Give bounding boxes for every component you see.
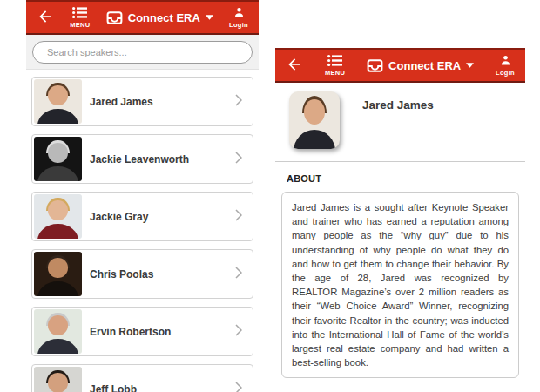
caret-down-icon xyxy=(466,63,474,68)
caret-down-icon xyxy=(206,15,213,20)
app-title: Connect ERA xyxy=(128,11,200,24)
speaker-list-screen: MENU Connect ERA Login xyxy=(26,0,259,392)
speaker-photo xyxy=(34,79,82,124)
speaker-name: Jeff Lobb xyxy=(90,383,137,392)
about-section: ABOUT Jared James is a sought after Keyn… xyxy=(275,162,525,378)
chevron-right-icon xyxy=(235,324,242,340)
profile-name: Jared James xyxy=(362,98,434,112)
inbox-icon xyxy=(106,11,123,24)
inbox-icon xyxy=(367,59,383,72)
speaker-photo xyxy=(34,309,82,354)
app-title: Connect ERA xyxy=(388,59,461,72)
menu-label: MENU xyxy=(70,21,90,29)
back-button[interactable] xyxy=(37,8,54,28)
app-header: MENU Connect ERA Login xyxy=(275,48,525,83)
search-input[interactable] xyxy=(32,41,253,64)
speaker-name: Jackie Leavenworth xyxy=(90,153,189,166)
menu-button[interactable]: MENU xyxy=(325,55,345,77)
chevron-right-icon xyxy=(235,267,242,282)
speaker-row[interactable]: Chris Poolas xyxy=(31,249,253,299)
app-title-dropdown[interactable]: Connect ERA xyxy=(367,59,474,72)
back-arrow-icon xyxy=(37,8,54,28)
speaker-name: Jared James xyxy=(90,96,153,108)
speaker-row[interactable]: Jeff Lobb xyxy=(31,364,253,392)
user-icon xyxy=(500,55,511,68)
chevron-right-icon xyxy=(235,209,242,225)
login-button[interactable]: Login xyxy=(496,55,515,77)
profile-photo xyxy=(289,91,340,149)
speaker-photo xyxy=(34,194,82,239)
speaker-row[interactable]: Jackie Gray xyxy=(31,192,253,241)
speaker-list: Jared James Jackie Leavenworth Jackie Gr… xyxy=(26,70,259,392)
menu-button[interactable]: MENU xyxy=(70,7,90,29)
login-label: Login xyxy=(496,69,515,77)
back-button[interactable] xyxy=(286,56,303,76)
chevron-right-icon xyxy=(235,152,242,167)
app-title-dropdown[interactable]: Connect ERA xyxy=(106,11,213,24)
speaker-photo xyxy=(34,252,82,296)
login-button[interactable]: Login xyxy=(229,7,248,29)
app-header: MENU Connect ERA Login xyxy=(26,0,259,35)
search-bar-section xyxy=(26,35,259,70)
speaker-photo xyxy=(34,367,82,392)
about-text: Jared James is a sought after Keynote Sp… xyxy=(292,200,509,369)
speaker-name: Chris Poolas xyxy=(90,268,153,280)
speaker-photo xyxy=(34,137,82,181)
back-arrow-icon xyxy=(286,56,303,76)
about-heading: ABOUT xyxy=(287,173,519,184)
speaker-detail-screen: MENU Connect ERA Login xyxy=(275,48,525,392)
speaker-row[interactable]: Jared James xyxy=(31,77,253,126)
menu-label: MENU xyxy=(325,69,345,77)
menu-list-icon xyxy=(327,55,342,68)
menu-list-icon xyxy=(72,7,87,20)
speaker-row[interactable]: Jackie Leavenworth xyxy=(31,134,253,184)
speaker-name: Ervin Robertson xyxy=(90,326,171,338)
user-icon xyxy=(233,7,245,20)
chevron-right-icon xyxy=(235,94,242,110)
speaker-row[interactable]: Ervin Robertson xyxy=(31,307,253,356)
speaker-name: Jackie Gray xyxy=(90,211,148,223)
login-label: Login xyxy=(229,21,248,29)
profile-header: Jared James xyxy=(275,83,525,162)
chevron-right-icon xyxy=(235,382,242,392)
about-box: Jared James is a sought after Keynote Sp… xyxy=(281,192,519,378)
